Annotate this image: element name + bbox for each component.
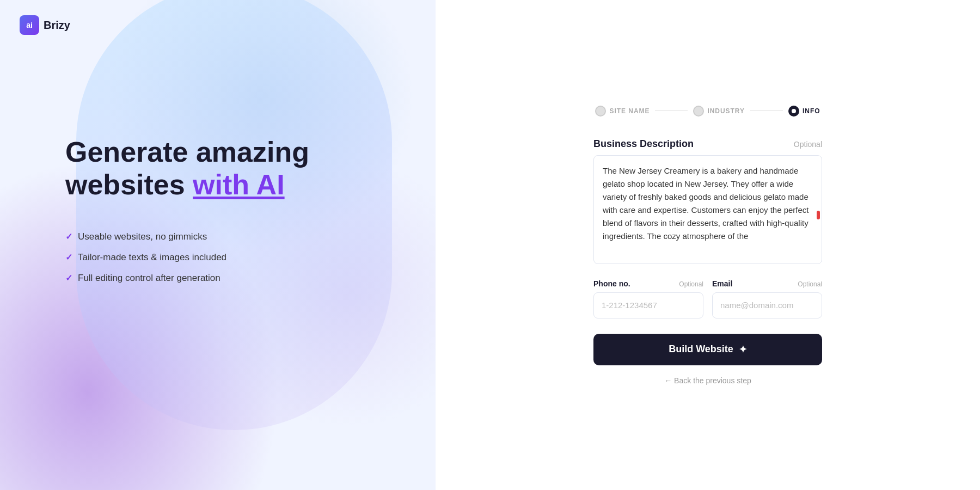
feature-item: ✓ Useable websites, no gimmicks	[65, 231, 309, 242]
step-site-name: SITE NAME	[595, 106, 650, 117]
check-icon: ✓	[65, 252, 72, 262]
section-title: Business Description	[593, 138, 694, 150]
logo-icon: ai	[20, 15, 39, 35]
step-line-2	[750, 111, 783, 111]
email-label: Email	[712, 279, 732, 288]
logo-text: Brizy	[44, 19, 70, 32]
phone-field-group: Phone no. Optional	[593, 279, 703, 318]
build-website-button[interactable]: Build Website ✦	[593, 334, 822, 365]
step-circle-site-name	[595, 106, 606, 117]
logo-area: ai Brizy	[20, 15, 70, 35]
check-icon: ✓	[65, 273, 72, 283]
back-link[interactable]: ← Back the previous step	[593, 376, 822, 385]
step-info: INFO	[788, 106, 820, 117]
phone-label: Phone no.	[593, 279, 630, 288]
feature-item: ✓ Tailor-made texts & images included	[65, 252, 309, 263]
step-line-1	[655, 111, 688, 111]
phone-email-row: Phone no. Optional Email Optional	[593, 279, 822, 318]
feature-item: ✓ Full editing control after generation	[65, 273, 309, 284]
step-label-industry: INDUSTRY	[707, 107, 745, 115]
email-label-row: Email Optional	[712, 279, 822, 288]
form-container: SITE NAME INDUSTRY INFO Business Descrip…	[593, 106, 822, 385]
sparkle-icon: ✦	[739, 344, 747, 356]
email-optional: Optional	[798, 280, 822, 288]
business-description-textarea[interactable]: The New Jersey Creamery is a bakery and …	[593, 155, 822, 264]
optional-label: Optional	[794, 140, 822, 149]
step-circle-industry	[693, 106, 704, 117]
right-panel: SITE NAME INDUSTRY INFO Business Descrip…	[436, 0, 980, 490]
left-panel: ai Brizy Generate amazing websites with …	[0, 0, 436, 490]
step-label-site-name: SITE NAME	[609, 107, 650, 115]
step-label-info: INFO	[803, 107, 820, 115]
stepper: SITE NAME INDUSTRY INFO	[593, 106, 822, 117]
features-list: ✓ Useable websites, no gimmicks ✓ Tailor…	[65, 231, 309, 284]
check-icon: ✓	[65, 231, 72, 242]
hero-content: Generate amazing websites with AI ✓ Usea…	[65, 136, 309, 284]
section-header: Business Description Optional	[593, 138, 822, 150]
email-field-group: Email Optional	[712, 279, 822, 318]
scrollbar-indicator	[817, 211, 820, 219]
email-input[interactable]	[712, 292, 822, 318]
step-industry: INDUSTRY	[693, 106, 745, 117]
textarea-wrapper: The New Jersey Creamery is a bakery and …	[593, 155, 822, 266]
phone-optional: Optional	[679, 280, 703, 288]
step-circle-info	[788, 106, 799, 117]
phone-input[interactable]	[593, 292, 703, 318]
phone-label-row: Phone no. Optional	[593, 279, 703, 288]
hero-heading: Generate amazing websites with AI	[65, 136, 309, 201]
